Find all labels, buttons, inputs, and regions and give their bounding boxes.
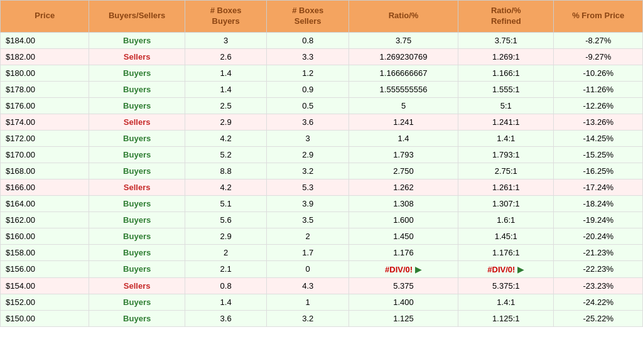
buyers-sellers-cell: Buyers (89, 211, 185, 228)
buyers-sellers-cell: Buyers (89, 65, 185, 81)
main-table-container: Price Buyers/Sellers # BoxesBuyers # Box… (0, 0, 643, 327)
ratio-refined-cell: 1.6:1 (458, 211, 554, 228)
from-price-cell: -23.23% (554, 277, 643, 294)
boxes-buyers-cell: 2.5 (185, 97, 267, 114)
ratio-refined-cell: #DIV/0! ▶ (458, 260, 554, 277)
from-price-cell: -13.26% (554, 114, 643, 130)
table-row: $150.00Buyers3.63.21.1251.125:1-25.22% (1, 310, 643, 326)
boxes-sellers-cell: 0 (267, 260, 349, 277)
price-cell: $166.00 (1, 179, 89, 195)
boxes-sellers-cell: 3.2 (267, 310, 349, 326)
buyers-sellers-cell: Buyers (89, 294, 185, 310)
ratio-cell: 2.750 (349, 163, 458, 179)
boxes-buyers-cell: 1.4 (185, 81, 267, 97)
table-row: $156.00Buyers2.10#DIV/0! ▶#DIV/0! ▶-22.2… (1, 260, 643, 277)
from-price-cell: -14.25% (554, 130, 643, 146)
table-row: $152.00Buyers1.411.4001.4:1-24.22% (1, 294, 643, 310)
boxes-sellers-cell: 0.5 (267, 97, 349, 114)
buyers-sellers-cell: Buyers (89, 146, 185, 163)
ratio-refined-cell: 5:1 (458, 97, 554, 114)
ratio-cell: 1.600 (349, 211, 458, 228)
ratio-refined-cell: 1.269:1 (458, 48, 554, 65)
table-row: $176.00Buyers2.50.555:1-12.26% (1, 97, 643, 114)
ratio-cell: 1.400 (349, 294, 458, 310)
price-cell: $152.00 (1, 294, 89, 310)
ratio-cell: 1.125 (349, 310, 458, 326)
buyers-sellers-cell: Buyers (89, 163, 185, 179)
price-cell: $150.00 (1, 310, 89, 326)
boxes-buyers-cell: 2.1 (185, 260, 267, 277)
boxes-buyers-cell: 1.4 (185, 65, 267, 81)
ratio-cell: 5.375 (349, 277, 458, 294)
boxes-sellers-cell: 3.9 (267, 195, 349, 211)
ratio-cell: 1.4 (349, 130, 458, 146)
ratio-refined-cell: 1.4:1 (458, 130, 554, 146)
price-table: Price Buyers/Sellers # BoxesBuyers # Box… (0, 0, 643, 327)
price-cell: $170.00 (1, 146, 89, 163)
price-cell: $168.00 (1, 163, 89, 179)
table-row: $174.00Sellers2.93.61.2411.241:1-13.26% (1, 114, 643, 130)
price-cell: $156.00 (1, 260, 89, 277)
price-cell: $174.00 (1, 114, 89, 130)
buyers-sellers-cell: Buyers (89, 32, 185, 48)
boxes-buyers-cell: 1.4 (185, 294, 267, 310)
from-price-cell: -22.23% (554, 260, 643, 277)
from-price-cell: -18.24% (554, 195, 643, 211)
from-price-cell: -25.22% (554, 310, 643, 326)
table-row: $164.00Buyers5.13.91.3081.307:1-18.24% (1, 195, 643, 211)
header-ratio: Ratio/% (349, 1, 458, 33)
header-buyers-sellers: Buyers/Sellers (89, 1, 185, 33)
buyers-sellers-cell: Buyers (89, 81, 185, 97)
ratio-refined-cell: 1.45:1 (458, 228, 554, 244)
ratio-refined-cell: 2.75:1 (458, 163, 554, 179)
boxes-buyers-cell: 8.8 (185, 163, 267, 179)
ratio-cell: 3.75 (349, 32, 458, 48)
boxes-buyers-cell: 4.2 (185, 179, 267, 195)
table-row: $180.00Buyers1.41.21.1666666671.166:1-10… (1, 65, 643, 81)
ratio-refined-cell: 1.307:1 (458, 195, 554, 211)
buyers-sellers-cell: Sellers (89, 179, 185, 195)
boxes-sellers-cell: 5.3 (267, 179, 349, 195)
price-cell: $182.00 (1, 48, 89, 65)
table-row: $170.00Buyers5.22.91.7931.793:1-15.25% (1, 146, 643, 163)
from-price-cell: -20.24% (554, 228, 643, 244)
ratio-cell: 1.269230769 (349, 48, 458, 65)
table-row: $172.00Buyers4.231.41.4:1-14.25% (1, 130, 643, 146)
header-from-price: % From Price (554, 1, 643, 33)
from-price-cell: -21.23% (554, 244, 643, 260)
table-row: $184.00Buyers30.83.753.75:1-8.27% (1, 32, 643, 48)
boxes-buyers-cell: 2.9 (185, 114, 267, 130)
buyers-sellers-cell: Buyers (89, 228, 185, 244)
header-boxes-sellers: # BoxesSellers (267, 1, 349, 33)
boxes-buyers-cell: 5.1 (185, 195, 267, 211)
buyers-sellers-cell: Buyers (89, 260, 185, 277)
boxes-buyers-cell: 0.8 (185, 277, 267, 294)
price-cell: $158.00 (1, 244, 89, 260)
boxes-buyers-cell: 3 (185, 32, 267, 48)
table-row: $162.00Buyers5.63.51.6001.6:1-19.24% (1, 211, 643, 228)
boxes-sellers-cell: 3.5 (267, 211, 349, 228)
from-price-cell: -12.26% (554, 97, 643, 114)
price-cell: $164.00 (1, 195, 89, 211)
ratio-refined-cell: 1.793:1 (458, 146, 554, 163)
ratio-refined-cell: 1.4:1 (458, 294, 554, 310)
buyers-sellers-cell: Buyers (89, 244, 185, 260)
ratio-refined-cell: 1.166:1 (458, 65, 554, 81)
buyers-sellers-cell: Buyers (89, 97, 185, 114)
boxes-buyers-cell: 2 (185, 244, 267, 260)
ratio-cell: 1.241 (349, 114, 458, 130)
buyers-sellers-cell: Buyers (89, 195, 185, 211)
ratio-cell: 1.555555556 (349, 81, 458, 97)
ratio-cell: 1.450 (349, 228, 458, 244)
from-price-cell: -17.24% (554, 179, 643, 195)
ratio-refined-cell: 1.241:1 (458, 114, 554, 130)
boxes-sellers-cell: 1 (267, 294, 349, 310)
ratio-cell: #DIV/0! ▶ (349, 260, 458, 277)
price-cell: $184.00 (1, 32, 89, 48)
ratio-cell: 5 (349, 97, 458, 114)
ratio-refined-cell: 1.261:1 (458, 179, 554, 195)
table-row: $168.00Buyers8.83.22.7502.75:1-16.25% (1, 163, 643, 179)
header-ratio-refined: Ratio/%Refined (458, 1, 554, 33)
from-price-cell: -11.26% (554, 81, 643, 97)
buyers-sellers-cell: Sellers (89, 114, 185, 130)
